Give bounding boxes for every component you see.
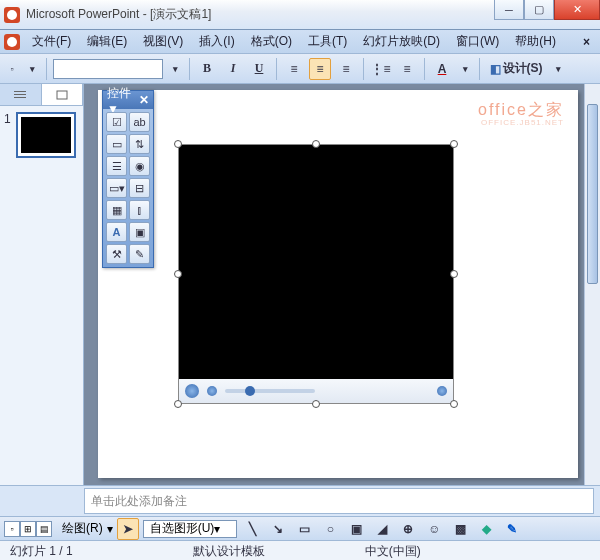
font-selector[interactable] — [53, 59, 163, 79]
menu-help[interactable]: 帮助(H) — [509, 31, 562, 52]
font-color-dropdown[interactable]: ▾ — [457, 58, 473, 80]
tool-more[interactable]: ⚒ — [106, 244, 127, 264]
tool-textbox[interactable]: ab — [129, 112, 150, 132]
new-button[interactable]: ▫ — [4, 58, 20, 80]
video-area — [179, 145, 453, 379]
slides-tab[interactable] — [42, 84, 84, 105]
resize-handle-mr[interactable] — [450, 270, 458, 278]
thumbnail-image — [16, 112, 76, 158]
picture-tool[interactable]: ▩ — [449, 518, 471, 540]
normal-view-button[interactable]: ▫ — [4, 521, 20, 537]
tool-label[interactable]: A — [106, 222, 127, 242]
volume-button[interactable] — [437, 386, 447, 396]
menu-view[interactable]: 视图(V) — [137, 31, 189, 52]
status-language[interactable]: 中文(中国) — [365, 543, 421, 560]
slideshow-view-button[interactable]: ▤ — [36, 521, 52, 537]
slides-icon — [56, 90, 68, 100]
font-color-button[interactable]: A — [431, 58, 453, 80]
tool-frame[interactable]: ▦ — [106, 200, 127, 220]
toolbar-dropdown[interactable]: ▾ — [24, 58, 40, 80]
resize-handle-bl[interactable] — [174, 400, 182, 408]
resize-handle-tl[interactable] — [174, 140, 182, 148]
title-bar: Microsoft PowerPoint - [演示文稿1] ─ ▢ ✕ — [0, 0, 600, 30]
panel-tabs — [0, 84, 83, 106]
slide-page: office之家 OFFICE.JB51.NET — [98, 90, 578, 478]
line-color-tool[interactable]: ✎ — [501, 518, 523, 540]
design-button[interactable]: ◧设计(S) — [486, 58, 546, 80]
tool-list[interactable]: ☰ — [106, 156, 127, 176]
slide-thumbnail-1[interactable]: 1 — [4, 112, 79, 158]
resize-handle-tm[interactable] — [312, 140, 320, 148]
toolbox-close-icon[interactable]: ✕ — [139, 93, 149, 107]
rect-tool[interactable]: ▭ — [293, 518, 315, 540]
menu-format[interactable]: 格式(O) — [245, 31, 298, 52]
vertical-scrollbar[interactable] — [584, 84, 600, 485]
close-button[interactable]: ✕ — [554, 0, 600, 20]
controls-toolbox[interactable]: 控件 ▼ ✕ ☑ ab ▭ ⇅ ☰ ◉ ▭▾ ⊟ ▦ ⫿ A ▣ ⚒ ✎ — [102, 90, 154, 268]
svg-rect-0 — [14, 91, 26, 92]
diagram-tool[interactable]: ⊕ — [397, 518, 419, 540]
separator — [189, 58, 190, 80]
tool-hammer[interactable]: ✎ — [129, 244, 150, 264]
status-template: 默认设计模板 — [193, 543, 265, 560]
font-dropdown[interactable]: ▾ — [167, 58, 183, 80]
maximize-button[interactable]: ▢ — [524, 0, 554, 20]
line-tool[interactable]: ╲ — [241, 518, 263, 540]
resize-handle-tr[interactable] — [450, 140, 458, 148]
sorter-view-button[interactable]: ⊞ — [20, 521, 36, 537]
arrow-tool[interactable]: ↘ — [267, 518, 289, 540]
align-left-button[interactable]: ≡ — [283, 58, 305, 80]
resize-handle-bm[interactable] — [312, 400, 320, 408]
tool-toggle[interactable]: ⊟ — [129, 178, 150, 198]
menu-insert[interactable]: 插入(I) — [193, 31, 240, 52]
resize-handle-ml[interactable] — [174, 270, 182, 278]
tool-radio[interactable]: ◉ — [129, 156, 150, 176]
menu-slideshow[interactable]: 幻灯片放映(D) — [357, 31, 446, 52]
doc-icon[interactable] — [4, 34, 20, 50]
toolbox-header[interactable]: 控件 ▼ ✕ — [103, 91, 153, 109]
textbox-tool[interactable]: ▣ — [345, 518, 367, 540]
menu-edit[interactable]: 编辑(E) — [81, 31, 133, 52]
menu-file[interactable]: 文件(F) — [26, 31, 77, 52]
play-button[interactable] — [185, 384, 199, 398]
tool-image[interactable]: ▣ — [129, 222, 150, 242]
tool-button[interactable]: ▭ — [106, 134, 127, 154]
media-player-object[interactable] — [178, 144, 454, 404]
tool-spin[interactable]: ⇅ — [129, 134, 150, 154]
seek-bar[interactable] — [225, 389, 315, 393]
align-center-button[interactable]: ≡ — [309, 58, 331, 80]
clipart-tool[interactable]: ☺ — [423, 518, 445, 540]
italic-button[interactable]: I — [222, 58, 244, 80]
stop-button[interactable] — [207, 386, 217, 396]
oval-tool[interactable]: ○ — [319, 518, 341, 540]
minimize-button[interactable]: ─ — [494, 0, 524, 20]
notes-pane[interactable]: 单击此处添加备注 — [84, 488, 594, 514]
pointer-tool[interactable]: ➤ — [117, 518, 139, 540]
menu-window[interactable]: 窗口(W) — [450, 31, 505, 52]
menu-tools[interactable]: 工具(T) — [302, 31, 353, 52]
draw-menu[interactable]: 绘图(R) — [62, 520, 103, 537]
outline-tab[interactable] — [0, 84, 42, 105]
bold-button[interactable]: B — [196, 58, 218, 80]
status-bar: 幻灯片 1 / 1 默认设计模板 中文(中国) — [0, 540, 600, 560]
scrollbar-thumb[interactable] — [587, 104, 598, 284]
toolbar-overflow[interactable]: ▾ — [550, 58, 566, 80]
slide-number: 1 — [4, 112, 12, 158]
resize-handle-br[interactable] — [450, 400, 458, 408]
tool-checkbox[interactable]: ☑ — [106, 112, 127, 132]
numbered-list-button[interactable]: ⋮≡ — [370, 58, 392, 80]
toolbox-grid: ☑ ab ▭ ⇅ ☰ ◉ ▭▾ ⊟ ▦ ⫿ A ▣ ⚒ ✎ — [103, 109, 153, 267]
workspace: 1 office之家 OFFICE.JB51.NET — [0, 84, 600, 486]
close-doc-button[interactable]: × — [577, 35, 596, 49]
tool-combo[interactable]: ▭▾ — [106, 178, 127, 198]
tool-scroll[interactable]: ⫿ — [129, 200, 150, 220]
fill-color-tool[interactable]: ◆ — [475, 518, 497, 540]
thumbnail-list: 1 — [0, 106, 83, 485]
align-right-button[interactable]: ≡ — [335, 58, 357, 80]
slide-canvas[interactable]: office之家 OFFICE.JB51.NET 控件 — [84, 84, 600, 485]
autoshapes-menu[interactable]: 自选图形(U) ▾ — [143, 520, 238, 538]
separator — [363, 58, 364, 80]
wordart-tool[interactable]: ◢ — [371, 518, 393, 540]
bullets-button[interactable]: ≡ — [396, 58, 418, 80]
underline-button[interactable]: U — [248, 58, 270, 80]
